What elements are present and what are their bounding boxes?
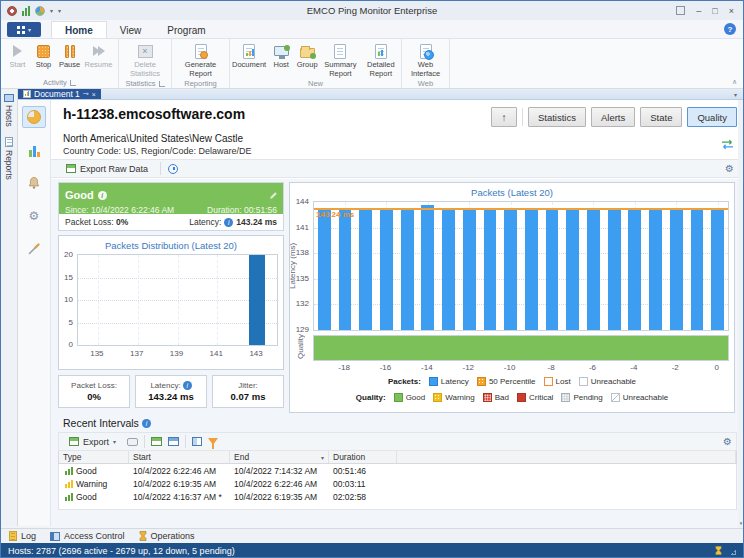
legend-item[interactable]: Warning xyxy=(433,393,475,402)
edit-pencil-icon[interactable] xyxy=(269,186,278,204)
new-host-button[interactable]: Host xyxy=(268,41,294,79)
info-icon[interactable]: i xyxy=(98,191,107,200)
export-raw-data-button[interactable]: Export Raw Data xyxy=(61,162,153,176)
rail-alerts-view[interactable] xyxy=(22,172,46,194)
info-icon[interactable]: i xyxy=(183,381,192,390)
gear-icon[interactable]: ⚙ xyxy=(723,437,732,447)
close-tab-icon[interactable]: × xyxy=(92,91,96,98)
export-table-icon xyxy=(66,164,76,173)
column-start[interactable]: Start xyxy=(129,451,230,463)
help-icon[interactable]: ? xyxy=(724,23,736,35)
compare-arrows-icon[interactable] xyxy=(721,136,734,154)
table-row[interactable]: Warning10/4/2022 6:19:35 AM10/4/2022 6:2… xyxy=(59,477,736,490)
pin-icon[interactable]: ⊸ xyxy=(83,90,89,98)
sidebar-tab-reports[interactable]: Reports xyxy=(4,137,14,180)
chart-shortcut-icon[interactable] xyxy=(22,6,30,16)
file-menu-button[interactable]: ▾ xyxy=(7,22,41,37)
ribbon-collapse-icon[interactable]: ∧ xyxy=(732,78,737,86)
packet-loss-value: 0% xyxy=(116,217,128,227)
state-view-button[interactable]: State xyxy=(640,107,682,127)
start-button[interactable]: Start xyxy=(5,41,31,77)
warning-swatch xyxy=(433,393,442,402)
quality-view-button[interactable]: Quality xyxy=(687,107,737,127)
app-icon[interactable] xyxy=(7,6,17,16)
legend-item[interactable]: Critical xyxy=(517,393,553,402)
statistics-view-button[interactable]: Statistics xyxy=(528,107,586,127)
chart-bar xyxy=(484,209,497,330)
chart-plot[interactable] xyxy=(77,254,278,346)
legend-item[interactable]: Lost xyxy=(544,377,571,386)
rail-quality-view[interactable] xyxy=(22,106,46,128)
detail-view-icon[interactable] xyxy=(168,437,179,446)
sidebar-tab-hosts[interactable]: Hosts xyxy=(4,94,14,127)
comment-bubble-icon[interactable] xyxy=(127,438,138,446)
rail-tools-view[interactable] xyxy=(22,238,46,260)
column-duration[interactable]: Duration xyxy=(329,451,397,463)
info-icon[interactable]: i xyxy=(142,419,151,428)
new-group-button[interactable]: Group xyxy=(294,41,320,79)
vertical-scrollbar[interactable]: ▾ xyxy=(738,100,744,528)
tab-list-caret-icon[interactable]: ▾ xyxy=(734,91,737,98)
qat-customize-icon[interactable]: ▾ xyxy=(58,7,61,14)
close-button[interactable]: × xyxy=(729,6,734,16)
info-icon[interactable]: i xyxy=(224,218,233,227)
tab-access-control[interactable]: Access Control xyxy=(50,531,125,541)
table-row[interactable]: Good10/4/2022 4:16:37 AM *10/4/2022 6:19… xyxy=(59,490,736,503)
detailed-report-button[interactable]: Detailed Report xyxy=(361,41,401,79)
legend-item[interactable]: Unreachable xyxy=(579,377,636,386)
tab-operations[interactable]: Operations xyxy=(139,531,195,541)
alerts-view-button[interactable]: Alerts xyxy=(591,107,635,127)
bar-chart-icon xyxy=(29,143,40,157)
filter-funnel-icon[interactable] xyxy=(208,438,218,445)
legend-item[interactable]: Latency xyxy=(429,377,469,386)
tab-log[interactable]: Log xyxy=(9,531,36,541)
dialog-launcher-icon[interactable] xyxy=(159,81,165,87)
interval-duration-cell: 00:51:46 xyxy=(329,464,397,477)
interval-duration-cell: 02:02:58 xyxy=(329,490,397,503)
column-type[interactable]: Type xyxy=(59,451,129,463)
y-axis-tick: 132 xyxy=(296,299,309,308)
legend-label: Bad xyxy=(495,393,509,402)
legend-item[interactable]: 50 Percentile xyxy=(477,377,536,386)
new-document-button[interactable]: Document xyxy=(230,41,268,79)
document-content: h-11238.emcosoftware.com ↑ Statistics Al… xyxy=(51,100,738,528)
column-end[interactable]: End▾ xyxy=(230,451,329,463)
dialog-launcher-icon[interactable] xyxy=(70,80,76,86)
tab-document-1[interactable]: Document 1 ⊸ × xyxy=(18,89,101,99)
resume-button[interactable]: Resume xyxy=(83,41,115,77)
tab-home[interactable]: Home xyxy=(51,21,107,38)
delete-statistics-button[interactable]: × Delete Statistics xyxy=(120,41,170,79)
scroll-down-icon[interactable]: ▾ xyxy=(740,520,743,526)
chart-plot[interactable]: 143.24 ms xyxy=(313,201,729,331)
minimize-button[interactable]: – xyxy=(696,6,701,16)
bad-swatch xyxy=(483,393,492,402)
resize-grip[interactable] xyxy=(728,547,736,555)
rail-statistics-view[interactable] xyxy=(22,139,46,161)
legend-item[interactable]: Unreachable xyxy=(611,393,668,402)
tab-view[interactable]: View xyxy=(107,22,155,38)
legend-item[interactable]: Pending xyxy=(561,393,602,402)
theme-caret-icon[interactable]: ▾ xyxy=(50,7,53,14)
tab-program[interactable]: Program xyxy=(154,22,218,38)
scroll-top-button[interactable]: ↑ xyxy=(491,107,517,127)
history-clock-icon[interactable] xyxy=(168,164,178,174)
window-style-icon[interactable] xyxy=(676,6,685,15)
stop-button[interactable]: Stop xyxy=(31,41,57,77)
summary-report-button[interactable]: Summary Report xyxy=(320,41,360,79)
chart-bar xyxy=(359,209,372,330)
table-row[interactable]: Good10/4/2022 6:22:46 AM10/4/2022 7:14:3… xyxy=(59,464,736,477)
legend-item[interactable]: Good xyxy=(394,393,426,402)
theme-icon[interactable] xyxy=(35,6,45,16)
generate-report-button[interactable]: Generate Report xyxy=(176,41,226,79)
table-view-icon[interactable] xyxy=(151,437,162,446)
rail-settings-view[interactable]: ⚙ xyxy=(22,205,46,227)
legend-item[interactable]: Bad xyxy=(483,393,509,402)
column-chooser-icon[interactable] xyxy=(192,437,202,446)
web-interface-button[interactable]: Web Interface xyxy=(402,41,449,79)
maximize-button[interactable]: □ xyxy=(712,6,717,16)
bell-icon xyxy=(27,176,41,190)
export-button[interactable]: Export ▾ xyxy=(64,435,121,449)
quality-strip[interactable] xyxy=(313,335,729,361)
gear-icon[interactable]: ⚙ xyxy=(725,164,734,174)
pause-button[interactable]: Pause xyxy=(57,41,83,77)
